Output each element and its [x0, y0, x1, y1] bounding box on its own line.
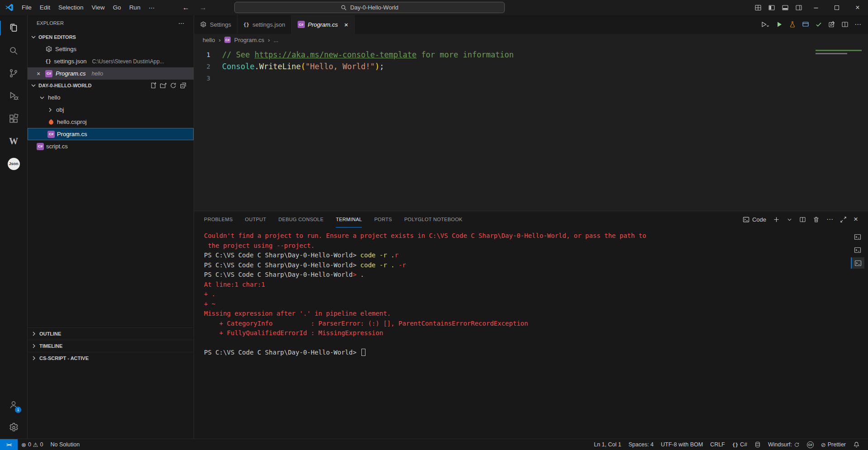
tab-output[interactable]: OUTPUT: [245, 211, 266, 227]
tab-ports[interactable]: PORTS: [374, 211, 392, 227]
tab-program-cs[interactable]: C# Program.cs ×: [292, 15, 355, 34]
menu-edit[interactable]: Edit: [36, 3, 54, 12]
problems-status[interactable]: ⊗ 0 ⚠ 0: [18, 439, 47, 450]
settings-gear-icon[interactable]: [0, 416, 27, 439]
explorer-icon[interactable]: [0, 17, 27, 39]
remote-indicator[interactable]: ><: [0, 439, 18, 450]
run-debug-icon[interactable]: [0, 85, 27, 107]
breadcrumb-more[interactable]: ...: [274, 37, 279, 43]
panel-more-icon[interactable]: ⋯: [826, 215, 833, 223]
maximize-button[interactable]: [826, 0, 847, 15]
open-editors-header[interactable]: OPEN EDITORS: [28, 31, 194, 43]
source-control-icon[interactable]: [0, 62, 27, 85]
menu-view[interactable]: View: [88, 3, 109, 12]
breadcrumb-folder[interactable]: hello: [203, 37, 215, 43]
toggle-panel-icon[interactable]: [778, 0, 792, 15]
notifications-bell-icon[interactable]: [849, 439, 863, 450]
code-line[interactable]: 2Console.WriteLine("Hello, World!");: [194, 61, 868, 72]
tree-item-obj-folder[interactable]: obj: [28, 104, 194, 116]
refresh-icon[interactable]: [170, 82, 177, 89]
tree-item-script-cs[interactable]: C# script.cs: [28, 140, 194, 152]
code-line[interactable]: 3: [194, 72, 868, 84]
outline-section[interactable]: OUTLINE: [28, 327, 194, 340]
tab-polyglot-notebook[interactable]: POLYGLOT NOTEBOOK: [404, 211, 463, 227]
tree-item-hello-csproj[interactable]: hello.csproj: [28, 116, 194, 128]
accounts-icon[interactable]: 1: [0, 393, 27, 416]
eol-sequence[interactable]: CRLF: [707, 439, 729, 450]
terminal-instance-active[interactable]: [851, 257, 864, 269]
solution-status[interactable]: No Solution: [47, 439, 83, 450]
activity-bar: W Json 1: [0, 15, 28, 439]
menu-more-icon[interactable]: ⋯: [144, 3, 159, 13]
open-editor-settings[interactable]: Settings: [28, 43, 194, 55]
code-line[interactable]: 1// See https://aka.ms/new-console-templ…: [194, 49, 868, 61]
chevron-down-icon[interactable]: [787, 217, 792, 223]
encoding[interactable]: UTF-8 with BOM: [657, 439, 707, 450]
forward-icon[interactable]: →: [199, 4, 207, 12]
customize-layout-icon[interactable]: [751, 0, 765, 15]
windsurf-icon[interactable]: W: [0, 130, 27, 152]
command-center-search[interactable]: Day-0-Hello-World: [234, 2, 505, 13]
tab-debug-console[interactable]: DEBUG CONSOLE: [279, 211, 324, 227]
split-terminal-icon[interactable]: [799, 216, 806, 223]
search-sidebar-icon[interactable]: [0, 39, 27, 62]
new-terminal-icon[interactable]: [773, 216, 780, 223]
tree-item-program-cs[interactable]: C# Program.cs: [28, 128, 194, 140]
open-editor-settings-json[interactable]: {} settings.json C:\Users\Steven Dustin\…: [28, 55, 194, 67]
tab-settings-json[interactable]: {} settings.json: [237, 15, 292, 34]
terminal-instance[interactable]: [851, 231, 864, 242]
csharp-status-icon[interactable]: C#: [803, 439, 817, 450]
editor-tab-bar: Settings {} settings.json C# Program.cs …: [194, 15, 868, 34]
tab-terminal[interactable]: TERMINAL: [336, 211, 362, 227]
minimap[interactable]: [816, 50, 864, 54]
code-editor[interactable]: 1// See https://aka.ms/new-console-templ…: [194, 46, 868, 211]
workspace-header[interactable]: DAY-0-HELLO-WORLD: [28, 80, 194, 91]
open-preview-icon[interactable]: [802, 21, 809, 28]
menu-selection[interactable]: Selection: [54, 3, 88, 12]
close-editor-icon[interactable]: ×: [35, 70, 42, 77]
cs-script-section[interactable]: CS-SCRIPT - ACTIVE: [28, 352, 194, 364]
close-tab-icon[interactable]: ×: [344, 21, 348, 28]
more-actions-icon[interactable]: ⋯: [854, 20, 861, 28]
toggle-secondary-sidebar-icon[interactable]: [792, 0, 806, 15]
close-panel-icon[interactable]: ×: [854, 215, 858, 224]
edit-run-icon[interactable]: [828, 21, 835, 28]
toggle-sidebar-icon[interactable]: [765, 0, 778, 15]
menu-go[interactable]: Go: [109, 3, 125, 12]
test-flask-icon[interactable]: [789, 21, 796, 28]
cursor-position[interactable]: Ln 1, Col 1: [590, 439, 625, 450]
status-bar: >< ⊗ 0 ⚠ 0 No Solution Ln 1, Col 1 Space…: [0, 439, 868, 450]
run-code-icon[interactable]: [776, 21, 783, 28]
new-file-icon[interactable]: [150, 82, 157, 89]
terminal-profile-button[interactable]: Code: [743, 216, 766, 223]
breadcrumb-file[interactable]: Program.cs: [234, 37, 264, 43]
terminal-line: + FullyQualifiedErrorId : MissingExpress…: [204, 328, 847, 338]
menu-run[interactable]: Run: [125, 3, 145, 12]
back-icon[interactable]: ←: [182, 4, 190, 12]
terminal-instance[interactable]: [851, 244, 864, 256]
indentation[interactable]: Spaces: 4: [625, 439, 657, 450]
split-editor-icon[interactable]: [841, 21, 849, 28]
open-editor-program-cs[interactable]: × C# Program.cs hello: [28, 67, 194, 80]
json-extension-icon[interactable]: Json: [0, 152, 27, 175]
minimize-button[interactable]: –: [806, 0, 826, 15]
tree-item-hello-folder[interactable]: hello: [28, 91, 194, 104]
new-folder-icon[interactable]: [160, 82, 167, 89]
windsurf-status[interactable]: Windsurf:: [764, 439, 803, 450]
prettier-status[interactable]: ⊘ Prettier: [817, 439, 849, 450]
check-icon[interactable]: [815, 21, 822, 28]
sidebar-more-icon[interactable]: ⋯: [178, 19, 185, 27]
close-button[interactable]: ×: [847, 0, 868, 15]
timeline-section[interactable]: TIMELINE: [28, 340, 194, 352]
kill-terminal-icon[interactable]: [813, 216, 820, 223]
run-dropdown-icon[interactable]: [761, 21, 770, 28]
language-mode[interactable]: {} C#: [729, 439, 751, 450]
extensions-icon[interactable]: [0, 107, 27, 130]
menu-file[interactable]: File: [18, 3, 36, 12]
tab-problems[interactable]: PROBLEMS: [204, 211, 233, 227]
tab-settings[interactable]: Settings: [194, 15, 237, 34]
database-icon[interactable]: [751, 439, 764, 450]
terminal-output[interactable]: Couldn't find a project to run. Ensure a…: [194, 227, 847, 439]
maximize-panel-icon[interactable]: [840, 216, 847, 223]
collapse-all-icon[interactable]: [180, 82, 187, 89]
